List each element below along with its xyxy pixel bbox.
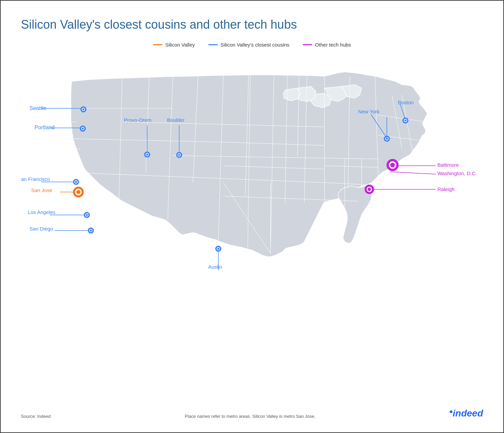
legend-line-blue (208, 44, 218, 45)
indeed-logo: indeed (450, 408, 483, 419)
legend-line-orange (153, 44, 162, 45)
legend: Silicon Valley Silicon Valley's closest … (21, 42, 483, 48)
baltimore-label: Baltimore (438, 162, 459, 168)
footer: Source: Indeed Place names refer to metr… (21, 408, 483, 419)
us-map: Seattle Portland San Francisco San Jose … (21, 54, 483, 318)
legend-other-hubs: Other tech hubs (303, 42, 351, 48)
washington-label: Washington, D.C. (438, 170, 477, 176)
svg-point-77 (390, 163, 395, 167)
svg-point-71 (217, 248, 219, 250)
legend-label-other-hubs: Other tech hubs (315, 42, 351, 48)
svg-point-61 (77, 190, 81, 194)
page-title: Silicon Valley's closest cousins and oth… (21, 18, 483, 32)
san-jose-label: San Jose (31, 187, 53, 193)
footnote-text: Place names refer to metro areas. Silico… (64, 414, 436, 419)
legend-cousins: Silicon Valley's closest cousins (208, 42, 289, 48)
seattle-label: Seattle (30, 105, 47, 111)
san-diego-label: San Diego (30, 226, 53, 232)
austin-label: Austin (208, 264, 223, 270)
svg-point-59 (75, 181, 77, 183)
legend-label-cousins: Silicon Valley's closest cousins (220, 42, 289, 48)
provo-label: Provo-Orem (124, 117, 152, 123)
svg-point-67 (146, 154, 148, 156)
svg-point-55 (83, 108, 85, 110)
svg-point-65 (90, 229, 92, 232)
san-francisco-label: San Francisco (21, 176, 50, 182)
svg-point-79 (368, 188, 371, 191)
svg-point-69 (178, 154, 180, 156)
logo-dot (450, 410, 452, 413)
source-text: Source: Indeed (21, 414, 51, 419)
portland-label: Portland (35, 125, 55, 130)
boston-label: Boston (398, 100, 414, 105)
los-angeles-label: Los Angeles (28, 209, 56, 215)
svg-line-46 (390, 172, 436, 174)
legend-silicon-valley: Silicon Valley (153, 42, 195, 48)
svg-point-57 (82, 128, 84, 130)
svg-point-75 (405, 119, 407, 121)
legend-line-magenta (303, 44, 312, 45)
map-container: Seattle Portland San Francisco San Jose … (21, 54, 483, 318)
legend-label-silicon-valley: Silicon Valley (165, 42, 195, 48)
new-york-label: New York (358, 109, 380, 114)
boulder-label: Boulder (167, 117, 185, 123)
raleigh-label: Raleigh (438, 186, 455, 192)
svg-point-63 (86, 214, 88, 216)
